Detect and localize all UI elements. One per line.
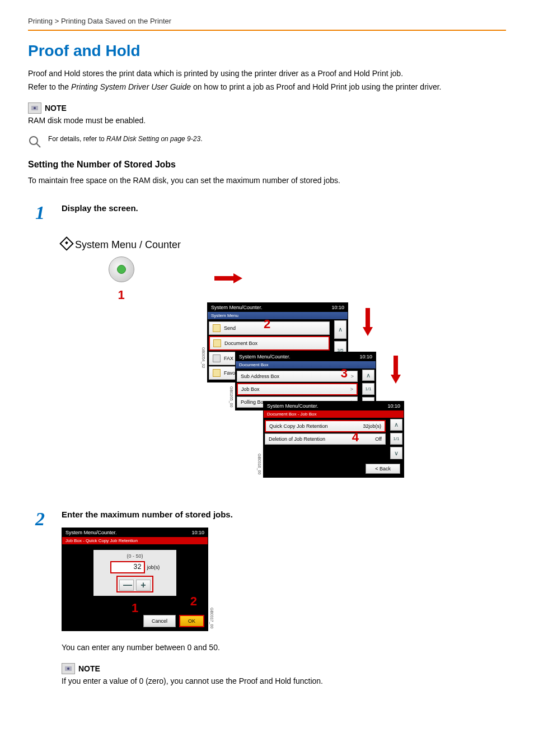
screen2-header: System Menu/Counter. bbox=[239, 354, 291, 360]
step2-after: You can enter any number between 0 and 5… bbox=[62, 642, 506, 654]
callout-4: 4 bbox=[352, 430, 359, 445]
note-text-2: If you enter a value of 0 (zero), you ca… bbox=[62, 676, 506, 685]
step-2: 2 Enter the maximum number of stored job… bbox=[28, 510, 506, 696]
step-1-title: Display the screen. bbox=[62, 203, 506, 213]
screen3-time: 10:10 bbox=[387, 403, 400, 409]
step2-panel-time: 10:10 bbox=[191, 530, 204, 535]
details-b: . bbox=[200, 135, 202, 143]
subtext: To maintain free space on the RAM disk, … bbox=[28, 175, 506, 186]
menu-document-box[interactable]: Document Box bbox=[209, 336, 330, 351]
diamond-icon bbox=[59, 236, 73, 250]
code-2: GB0265_00 bbox=[229, 386, 233, 407]
pager-3: 1/1 bbox=[390, 433, 402, 445]
menu-subaddr[interactable]: Sub Address Box> bbox=[237, 371, 358, 382]
code-1: GB0054_02 bbox=[202, 347, 205, 368]
screen1-header: System Menu/Counter. bbox=[211, 305, 263, 310]
docbox-icon bbox=[213, 339, 221, 347]
scroll-up-2[interactable]: ∧ bbox=[362, 370, 374, 381]
screen2-time: 10:10 bbox=[359, 354, 372, 360]
red-arrow-right-1 bbox=[214, 274, 242, 282]
step-2-number: 2 bbox=[28, 510, 45, 529]
screen3-header: System Menu/Counter. bbox=[267, 403, 318, 409]
subheading: Setting the Number of Stored Jobs bbox=[28, 160, 506, 170]
hw-button-label: System Menu / Counter bbox=[62, 238, 181, 251]
page-title: Proof and Hold bbox=[28, 42, 506, 60]
back-button[interactable]: < Back bbox=[366, 464, 400, 474]
menu-jobbox[interactable]: Job Box> bbox=[237, 383, 358, 395]
intro-text-2: Refer to the Printing System Driver User… bbox=[28, 82, 506, 93]
intro2-b: on how to print a job as Proof and Hold … bbox=[191, 82, 441, 91]
hw-button-block: System Menu / Counter 1 bbox=[62, 238, 181, 302]
screen1-time: 10:10 bbox=[331, 305, 344, 310]
note-title-2: NOTE bbox=[78, 664, 100, 673]
scroll-up[interactable]: ∧ bbox=[334, 320, 346, 339]
magnifier-icon bbox=[28, 135, 41, 148]
send-icon bbox=[213, 324, 221, 332]
step2-panel-header: System Menu/Counter. bbox=[65, 530, 117, 535]
screen2-sub: Document Box bbox=[236, 361, 376, 368]
callout-2-1: 1 bbox=[132, 601, 138, 615]
cancel-button[interactable]: Cancel bbox=[143, 615, 176, 627]
fax-icon bbox=[213, 354, 221, 362]
fav-icon bbox=[213, 369, 221, 377]
intro-text-1: Proof and Hold stores the print data whi… bbox=[28, 68, 506, 80]
step-1-number: 1 bbox=[28, 203, 45, 222]
note-icon bbox=[28, 102, 41, 114]
screen3-sub: Document Box - Job Box bbox=[264, 410, 404, 418]
screen1-sub: System Menu bbox=[208, 312, 348, 319]
divider bbox=[28, 30, 506, 31]
intro2-a: Refer to the bbox=[28, 82, 71, 91]
svg-line-2 bbox=[36, 143, 40, 147]
details-row: For details, refer to RAM Disk Setting o… bbox=[28, 135, 506, 148]
breadcrumb: Printing > Printing Data Saved on the Pr… bbox=[28, 17, 506, 25]
input-area: (0 - 50) job(s) — + bbox=[93, 550, 176, 596]
details-link: RAM Disk Setting on page 9-23 bbox=[106, 135, 200, 143]
callout-3: 3 bbox=[341, 366, 348, 381]
screens-area: System Menu/Counter.10:10 System Menu Se… bbox=[62, 302, 506, 493]
svg-point-3 bbox=[67, 668, 69, 670]
job-count-input[interactable] bbox=[110, 561, 145, 573]
callout-2: 2 bbox=[264, 317, 270, 332]
details-a: For details, refer to bbox=[48, 135, 106, 143]
scroll-down-3[interactable]: ∨ bbox=[390, 447, 402, 459]
step-2-title: Enter the maximum number of stored jobs. bbox=[62, 510, 506, 519]
intro2-guide: Printing System Driver User Guide bbox=[71, 82, 191, 91]
callout-2-2: 2 bbox=[190, 594, 197, 609]
step-1: 1 Display the screen. System Menu / Coun… bbox=[28, 203, 506, 493]
row-quickcopy[interactable]: Quick Copy Job Retention32job(s) bbox=[265, 420, 386, 432]
screen-3: System Menu/Counter.10:10 Document Box -… bbox=[263, 401, 404, 478]
note-text: RAM disk mode must be enabled. bbox=[28, 116, 506, 125]
red-arrow-down-1 bbox=[364, 308, 372, 336]
system-menu-button[interactable] bbox=[109, 256, 134, 282]
callout-1: 1 bbox=[118, 288, 124, 302]
row-deletion[interactable]: Deletion of Job RetentionOff bbox=[265, 433, 386, 445]
led-icon bbox=[117, 265, 126, 274]
red-arrow-down-2 bbox=[392, 356, 400, 384]
scroll-up-3[interactable]: ∧ bbox=[390, 419, 402, 431]
note-box-1: NOTE RAM disk mode must be enabled. bbox=[28, 102, 506, 125]
ok-button[interactable]: OK bbox=[179, 615, 204, 627]
code-4: GB0317_00 bbox=[210, 608, 214, 628]
step2-panel: System Menu/Counter.10:10 Job Box - Quic… bbox=[62, 528, 208, 631]
svg-point-0 bbox=[34, 107, 36, 109]
note-icon-2 bbox=[62, 663, 75, 674]
plus-button[interactable]: + bbox=[136, 580, 151, 591]
svg-point-1 bbox=[30, 137, 38, 144]
minus-button[interactable]: — bbox=[119, 580, 134, 591]
code-3: GB0316_00 bbox=[257, 454, 261, 474]
input-unit: job(s) bbox=[147, 564, 160, 570]
note-title: NOTE bbox=[45, 104, 67, 113]
step2-panel-sub: Job Box - Quick Copy Job Retention bbox=[62, 537, 208, 544]
note-box-2: NOTE If you enter a value of 0 (zero), y… bbox=[62, 663, 506, 685]
pager-2: 1/1 bbox=[362, 383, 374, 395]
input-range: (0 - 50) bbox=[96, 553, 174, 559]
